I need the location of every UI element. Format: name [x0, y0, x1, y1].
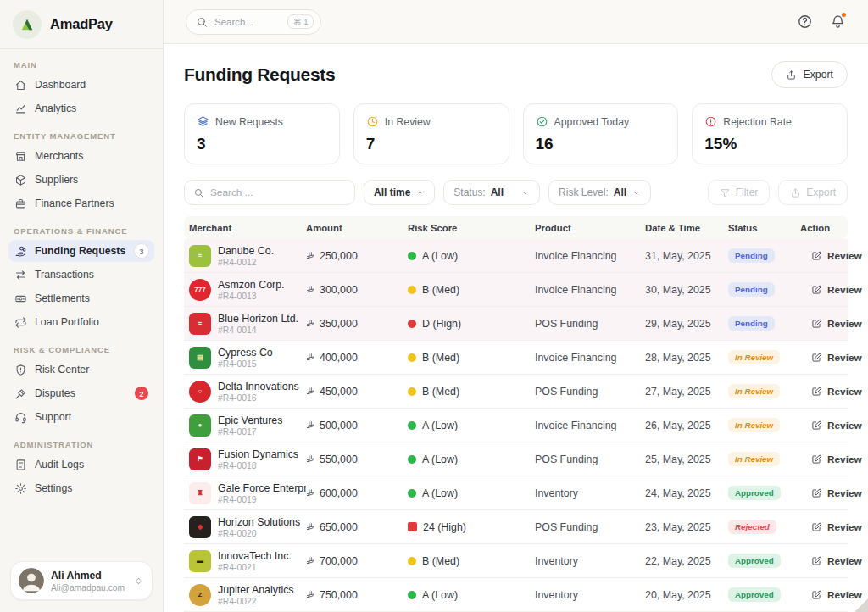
- sidebar-item[interactable]: Settings: [8, 477, 154, 499]
- review-button[interactable]: Review: [810, 318, 862, 330]
- risk-score-cell: B (Med): [408, 352, 535, 364]
- merchant-name: InnovaTech Inc.: [218, 550, 292, 562]
- export-button[interactable]: Export: [771, 61, 848, 88]
- column-header: Merchant: [189, 223, 306, 233]
- amount-cell: 600,000: [306, 487, 408, 499]
- sidebar-item[interactable]: Risk Center: [8, 359, 154, 381]
- sidebar-section: MAIN Dashboard Analytics: [8, 60, 154, 120]
- review-button[interactable]: Review: [810, 555, 862, 567]
- edit-icon: [810, 284, 822, 296]
- time-range-dropdown[interactable]: All time: [364, 180, 435, 205]
- table-row[interactable]: ≈ Danube Co. #R4-0012 250,000 A (Low): [184, 239, 848, 273]
- amount-value: 250,000: [320, 250, 358, 262]
- merchant-id: #R4-0018: [218, 461, 298, 470]
- review-button[interactable]: Review: [810, 487, 862, 499]
- date-cell: 22, May, 2025: [645, 555, 728, 567]
- sidebar-item[interactable]: Audit Logs: [8, 453, 154, 476]
- status-cell: Approved: [728, 587, 800, 602]
- status-badge: Pending: [728, 282, 775, 297]
- sidebar-item-label: Merchants: [35, 150, 83, 162]
- product-cell: Inventory: [535, 555, 645, 567]
- product-cell: Invoice Financing: [535, 352, 645, 364]
- review-button[interactable]: Review: [810, 250, 862, 262]
- table-row[interactable]: ◆ Horizon Solutions #R4-0020 650,000 24 …: [184, 510, 848, 544]
- table-row[interactable]: 777 Asmzon Corp. #R4-0013 300,000 B (Med…: [184, 273, 848, 307]
- product-cell: Invoice Financing: [535, 250, 645, 262]
- sidebar-item[interactable]: Suppliers: [8, 169, 154, 191]
- status-cell: In Review: [728, 418, 800, 432]
- action-cell: Review: [800, 521, 843, 533]
- amount-value: 400,000: [320, 352, 358, 364]
- risk-score-cell: A (Low): [408, 453, 535, 465]
- filter-button[interactable]: Filter: [708, 180, 771, 205]
- merchant-cell: ◆ Horizon Solutions #R4-0020: [189, 516, 306, 538]
- user-menu[interactable]: Ali Ahmed Ali@amadpau.com: [10, 561, 153, 600]
- merchant-id: #R4-0013: [218, 292, 285, 301]
- sidebar-section-label: ENTITY MANAGEMENT: [14, 131, 149, 141]
- edit-icon: [810, 318, 822, 330]
- review-button[interactable]: Review: [810, 420, 862, 431]
- sidebar-item[interactable]: Support: [8, 406, 154, 428]
- table-row[interactable]: ⚑ Fusion Dynamics #R4-0018 550,000 A (Lo…: [184, 442, 848, 476]
- sidebar-item-label: Loan Portfolio: [35, 316, 99, 328]
- merchant-id: #R4-0015: [218, 359, 273, 369]
- merchant-name: Epic Ventures: [218, 414, 282, 426]
- sidebar-item[interactable]: Funding Requests 3: [8, 240, 154, 262]
- table-row[interactable]: ▤ Cypress Co #R4-0015 400,000 B (Med): [184, 341, 848, 375]
- sidebar-item[interactable]: Finance Partners: [8, 192, 154, 214]
- global-search-input[interactable]: [214, 17, 281, 27]
- stat-label: In Review: [385, 116, 431, 128]
- bell-icon[interactable]: [830, 14, 846, 30]
- status-dropdown[interactable]: Status: All: [443, 180, 540, 205]
- merchant-cell: ● Epic Ventures #R4-0017: [189, 414, 306, 437]
- status-cell: Pending: [728, 282, 800, 297]
- review-button[interactable]: Review: [810, 352, 862, 364]
- repeat-icon: [14, 316, 27, 329]
- amount-cell: 400,000: [306, 352, 408, 364]
- amount-value: 350,000: [320, 318, 358, 330]
- sidebar-item[interactable]: Dashboard: [8, 74, 154, 96]
- sidebar-item[interactable]: Transactions: [8, 264, 154, 286]
- amount-cell: 500,000: [306, 420, 408, 431]
- table-row[interactable]: Z Jupiter Analytics #R4-0022 750,000 A (…: [184, 578, 848, 612]
- stat-card: New Requests 3: [184, 103, 340, 164]
- review-button[interactable]: Review: [810, 386, 862, 398]
- merchant-id: #R4-0021: [218, 563, 292, 572]
- sidebar-item[interactable]: Disputes 2: [8, 382, 154, 404]
- sidebar-item[interactable]: Analytics: [8, 97, 154, 120]
- date-cell: 30, May, 2025: [645, 284, 728, 296]
- sidebar-item-label: Funding Requests: [35, 245, 125, 257]
- risk-label: D (High): [422, 318, 461, 330]
- risk-score-cell: B (Med): [408, 284, 535, 296]
- search-icon: [193, 187, 204, 198]
- table-export-button[interactable]: Export: [778, 180, 848, 205]
- table-row[interactable]: ○ Delta Innovations #R4-0016 450,000 B (…: [184, 375, 848, 409]
- table-search[interactable]: [184, 180, 355, 205]
- review-button[interactable]: Review: [810, 521, 862, 533]
- review-button[interactable]: Review: [810, 284, 862, 296]
- product-cell: Invoice Financing: [535, 420, 645, 431]
- help-icon[interactable]: [797, 14, 813, 30]
- table-search-input[interactable]: [210, 186, 329, 198]
- sidebar-item[interactable]: Merchants: [8, 145, 154, 167]
- sidebar-item[interactable]: Settlements: [8, 287, 154, 309]
- table-row[interactable]: ≈ Blue Horizon Ltd. #R4-0014 350,000 D (…: [184, 307, 848, 341]
- table-row[interactable]: ▬ InnovaTech Inc. #R4-0021 700,000 B (Me…: [184, 544, 848, 578]
- status-cell: Pending: [728, 248, 800, 263]
- sidebar-item[interactable]: Loan Portfolio: [8, 311, 154, 333]
- riyal-icon: [306, 556, 315, 565]
- user-name: Ali Ahmed: [51, 570, 125, 581]
- product-cell: POS Funding: [535, 318, 645, 330]
- risk-label: A (Low): [422, 420, 458, 431]
- riyal-icon: [306, 285, 315, 294]
- risk-label: A (Low): [422, 487, 458, 499]
- table-row[interactable]: ♜ Gale Force Enterprises #R4-0019 600,00…: [184, 476, 848, 510]
- amount-value: 450,000: [320, 386, 358, 398]
- table-row[interactable]: ● Epic Ventures #R4-0017 500,000 A (Low): [184, 409, 848, 442]
- risk-level-dropdown[interactable]: Risk Level: All: [548, 180, 651, 205]
- action-cell: Review: [800, 420, 843, 431]
- amount-cell: 750,000: [306, 589, 408, 601]
- review-button[interactable]: Review: [810, 453, 862, 465]
- global-search[interactable]: ⌘ 1: [186, 9, 321, 35]
- user-email: Ali@amadpau.com: [51, 583, 125, 593]
